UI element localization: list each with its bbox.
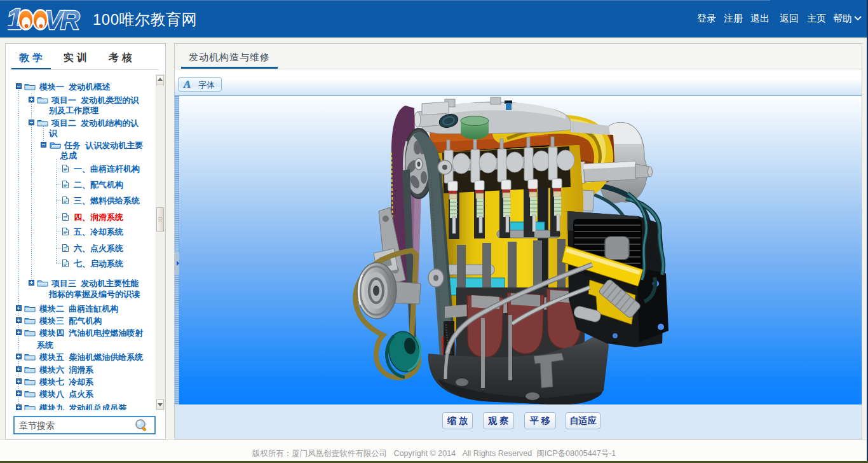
svg-text:VR: VR [44, 5, 80, 33]
